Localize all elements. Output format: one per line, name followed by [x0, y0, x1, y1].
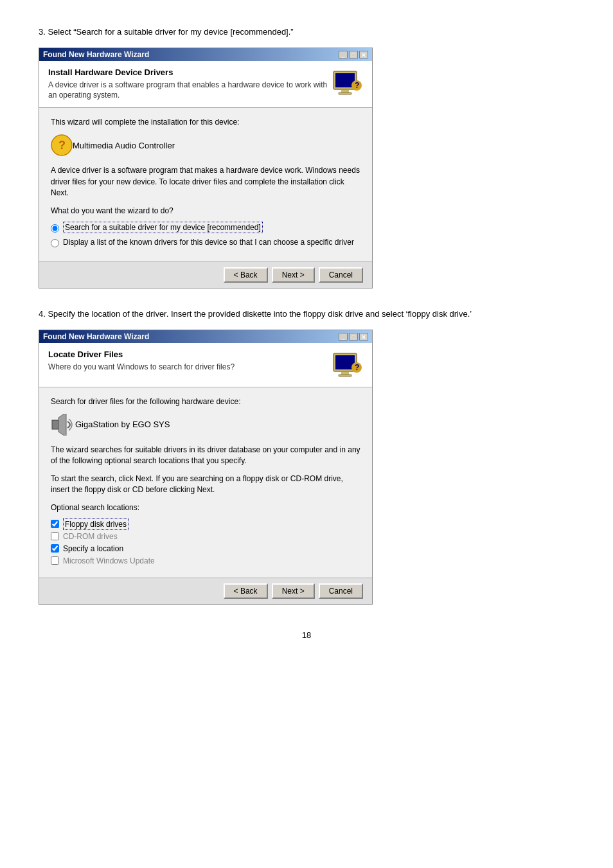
wizard1-header-subtitle: A device driver is a software program th… [48, 80, 332, 102]
wizard2-footer: < Back Next > Cancel [39, 578, 372, 604]
wizard2-cb4-input[interactable] [51, 556, 59, 565]
wizard2-header-subtitle: Where do you want Windows to search for … [48, 362, 332, 373]
wizard2-cb3-label: Specify a location [63, 544, 123, 553]
wizard2-body: Search for driver files for the followin… [39, 387, 372, 578]
wizard2-cb2-label: CD-ROM drives [63, 532, 118, 541]
wizard1-maximize[interactable]: □ [349, 51, 358, 58]
wizard2-cb4-label: Microsoft Windows Update [63, 556, 155, 565]
step4-text: 4. Specify the location of the driver. I… [39, 308, 574, 321]
wizard2-cb2[interactable]: CD-ROM drives [51, 532, 360, 541]
wizard2-device-name: GigaStation by EGO SYS [75, 420, 170, 429]
wizard1-cancel-button[interactable]: Cancel [319, 267, 363, 283]
wizard1-radio-group: Search for a suitable driver for my devi… [51, 223, 360, 247]
svg-rect-3 [339, 93, 351, 94]
wizard2-titlebar: Found New Hardware Wizard [43, 332, 149, 341]
wizard2-cb1[interactable]: Floppy disk drives [51, 520, 360, 529]
wizard1-desc: A device driver is a software program th… [51, 165, 360, 199]
wizard2-close[interactable]: ✕ [359, 333, 368, 341]
step3-text: 3. Select “Search for a suitable driver … [39, 26, 574, 39]
wizard2-next-button[interactable]: Next > [272, 583, 315, 599]
wizard2-cb3-input[interactable] [51, 544, 59, 553]
wizard2-back-button[interactable]: < Back [224, 583, 268, 599]
svg-rect-11 [339, 375, 351, 376]
wizard1-intro: This wizard will complete the installati… [51, 117, 360, 128]
wizard1-close[interactable]: ✕ [359, 51, 368, 58]
wizard2-device-row: GigaStation by EGO SYS [51, 414, 360, 436]
wizard2-cb3[interactable]: Specify a location [51, 544, 360, 553]
wizard2-header-icon: ? [332, 350, 363, 380]
wizard1-radio-prompt: What do you want the wizard to do? [51, 206, 360, 217]
wizard2-cb4[interactable]: Microsoft Windows Update [51, 556, 360, 565]
wizard2-cb2-input[interactable] [51, 532, 59, 540]
wizard2-desc1: The wizard searches for suitable drivers… [51, 445, 360, 467]
wizard2-maximize[interactable]: □ [349, 333, 358, 341]
wizard2-intro: Search for driver files for the followin… [51, 396, 360, 407]
wizard1-radio2-label: Display a list of the known drivers for … [63, 238, 354, 247]
wizard2-device-icon [51, 414, 75, 436]
wizard1-radio2-input[interactable] [51, 239, 59, 247]
wizard2-optional-label: Optional search locations: [51, 502, 360, 513]
wizard2-cb1-input[interactable] [51, 520, 59, 528]
wizard2-desc2: To start the search, click Next. If you … [51, 474, 360, 496]
wizard2-box: Found New Hardware Wizard _ □ ✕ Locate D… [39, 330, 373, 605]
page-number: 18 [39, 630, 574, 640]
wizard1-back-button[interactable]: < Back [224, 267, 268, 283]
wizard1-titlebar: Found New Hardware Wizard [43, 50, 149, 59]
wizard2-cancel-button[interactable]: Cancel [319, 583, 363, 599]
wizard1-radio1-input[interactable] [51, 224, 59, 233]
svg-rect-14 [52, 420, 58, 429]
wizard1-footer: < Back Next > Cancel [39, 261, 372, 288]
wizard1-header-title: Install Hardware Device Drivers [48, 67, 332, 77]
wizard1-box: Found New Hardware Wizard _ □ ✕ Install … [39, 48, 373, 289]
svg-text:?: ? [58, 139, 66, 152]
wizard2-header-title: Locate Driver Files [48, 350, 332, 359]
wizard1-radio2[interactable]: Display a list of the known drivers for … [51, 238, 360, 247]
wizard2-minimize[interactable]: _ [339, 333, 348, 341]
wizard2-header: Locate Driver Files Where do you want Wi… [39, 343, 372, 387]
wizard1-header: Install Hardware Device Drivers A device… [39, 61, 372, 109]
wizard1-minimize[interactable]: _ [339, 51, 348, 58]
wizard1-next-button[interactable]: Next > [272, 267, 315, 283]
wizard1-radio1[interactable]: Search for a suitable driver for my devi… [51, 223, 360, 233]
wizard2-checkbox-group: Floppy disk drives CD-ROM drives Specify… [51, 520, 360, 565]
svg-marker-15 [58, 414, 66, 436]
wizard1-radio1-label: Search for a suitable driver for my devi… [63, 223, 263, 232]
svg-rect-2 [341, 90, 349, 93]
wizard1-device-icon: ? [51, 134, 73, 156]
svg-rect-10 [341, 372, 349, 375]
wizard1-device-name: Multimedia Audio Controller [73, 141, 175, 150]
wizard1-body: This wizard will complete the installati… [39, 108, 372, 261]
wizard1-header-icon: ? [332, 67, 363, 98]
wizard2-cb1-label: Floppy disk drives [63, 520, 129, 529]
wizard1-device-row: ? Multimedia Audio Controller [51, 134, 360, 156]
svg-text:?: ? [355, 363, 359, 372]
svg-text:?: ? [355, 81, 359, 90]
